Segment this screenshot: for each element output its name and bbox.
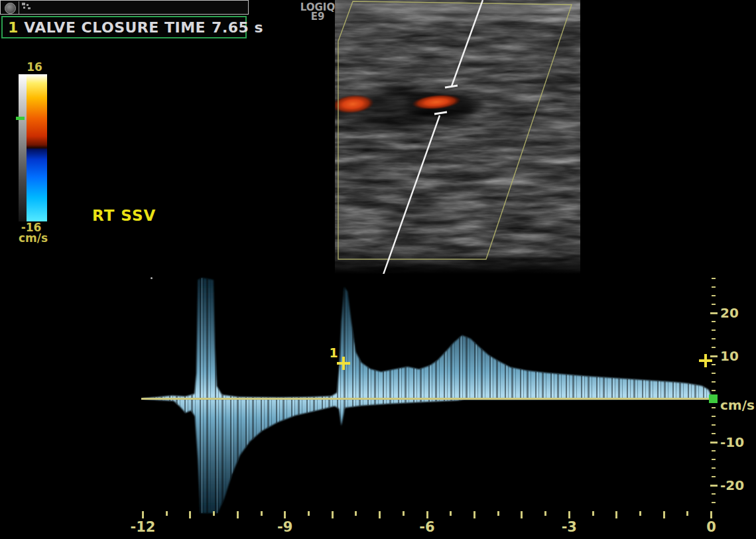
time-tick bbox=[213, 511, 215, 516]
measurement-number: 1 bbox=[8, 19, 18, 36]
measurement-label: VALVE CLOSURE TIME bbox=[24, 19, 206, 36]
time-tick bbox=[237, 511, 239, 518]
velocity-tick bbox=[710, 485, 718, 487]
time-tick bbox=[568, 511, 570, 518]
reverse-flow-streaks bbox=[143, 399, 711, 513]
velocity-tick-label: 20 bbox=[720, 305, 739, 321]
time-tick bbox=[403, 511, 405, 516]
velocity-tick bbox=[712, 407, 716, 408]
velocity-tick bbox=[712, 295, 716, 296]
measurement-caliper[interactable] bbox=[699, 354, 712, 367]
time-tick bbox=[615, 511, 617, 518]
header-divider bbox=[19, 1, 19, 14]
velocity-tick bbox=[712, 304, 716, 305]
velocity-tick bbox=[710, 442, 718, 444]
system-status-glyph bbox=[22, 3, 25, 5]
baseline-position-marker[interactable] bbox=[709, 394, 718, 403]
bmode-image[interactable] bbox=[335, 0, 580, 274]
velocity-tick bbox=[712, 329, 716, 331]
measurement-value: 7.65 s bbox=[212, 19, 263, 36]
time-tick bbox=[355, 511, 357, 516]
time-tick bbox=[497, 511, 499, 516]
velocity-tick-label: -20 bbox=[720, 477, 744, 493]
time-tick bbox=[473, 511, 475, 518]
system-status-glyph bbox=[28, 7, 31, 9]
measurement-result-box[interactable]: 1 VALVE CLOSURE TIME 7.65 s bbox=[1, 16, 247, 38]
forward-flow-trace bbox=[143, 278, 711, 399]
velocity-tick bbox=[712, 476, 716, 477]
time-tick bbox=[639, 511, 641, 516]
time-tick bbox=[544, 511, 546, 516]
velocity-tick-label: 10 bbox=[720, 348, 739, 364]
time-tick bbox=[166, 511, 168, 516]
time-tick bbox=[142, 511, 144, 518]
time-tick bbox=[663, 511, 665, 518]
time-tick-label: 0 bbox=[688, 519, 735, 535]
time-tick-label: -3 bbox=[546, 519, 592, 535]
velocity-tick bbox=[712, 493, 716, 495]
velocity-tick-label: -10 bbox=[720, 434, 744, 450]
ultrasound-screen: 1 VALVE CLOSURE TIME 7.65 s LOGIQ E9 16 … bbox=[0, 0, 756, 539]
time-tick-label: -12 bbox=[119, 519, 166, 535]
colorbar-unit-label: cm/s bbox=[15, 231, 52, 245]
velocity-tick bbox=[710, 312, 718, 314]
velocity-tick bbox=[712, 321, 716, 322]
time-tick-label: -6 bbox=[404, 519, 450, 535]
noise-dot bbox=[151, 277, 153, 279]
time-tick bbox=[426, 511, 428, 518]
time-tick bbox=[189, 511, 191, 518]
reverse-flow-trace bbox=[143, 399, 711, 513]
velocity-tick bbox=[712, 278, 716, 279]
probe-status-icon bbox=[5, 3, 16, 14]
logo-line2: E9 bbox=[296, 12, 340, 21]
time-tick bbox=[284, 511, 286, 518]
velocity-tick bbox=[712, 381, 716, 383]
skin-line-echo bbox=[335, 3, 580, 14]
system-status-glyph bbox=[23, 7, 25, 9]
machine-logo: LOGIQ E9 bbox=[296, 3, 340, 21]
time-tick bbox=[710, 511, 712, 518]
velocity-tick bbox=[712, 433, 716, 434]
velocity-tick bbox=[712, 450, 716, 451]
colorbar-max-label: 16 bbox=[20, 60, 49, 74]
velocity-tick bbox=[712, 467, 716, 469]
caliper-cross-v bbox=[342, 357, 345, 370]
measurement-caliper-1[interactable]: 1 bbox=[337, 357, 350, 370]
velocity-tick bbox=[712, 459, 716, 460]
forward-flow-streaks bbox=[143, 278, 711, 399]
velocity-tick bbox=[712, 373, 716, 374]
body-site-annotation[interactable]: RT SSV bbox=[92, 207, 156, 224]
time-tick bbox=[521, 511, 523, 518]
system-header-strip bbox=[0, 0, 249, 15]
grayscale-bar bbox=[19, 74, 27, 221]
velocity-tick bbox=[712, 424, 716, 426]
time-tick bbox=[379, 511, 381, 518]
velocity-tick bbox=[712, 338, 716, 339]
tissue-speckle-texture bbox=[335, 0, 580, 274]
caliper-number: 1 bbox=[330, 345, 338, 360]
gray-map-marker bbox=[16, 117, 25, 120]
color-doppler-bar bbox=[27, 74, 47, 221]
image-bottom-fade bbox=[335, 247, 580, 274]
velocity-tick bbox=[712, 286, 716, 288]
time-tick bbox=[450, 511, 452, 516]
time-tick bbox=[308, 511, 310, 516]
caliper-cross-v bbox=[704, 354, 707, 367]
velocity-tick bbox=[712, 416, 716, 417]
time-tick bbox=[592, 511, 594, 516]
velocity-tick bbox=[712, 502, 716, 503]
velocity-unit-label: cm/s bbox=[720, 397, 755, 413]
time-tick bbox=[686, 511, 688, 516]
velocity-tick bbox=[712, 347, 716, 348]
velocity-tick bbox=[712, 390, 716, 391]
time-tick bbox=[332, 511, 334, 518]
system-status-glyph bbox=[27, 4, 29, 6]
subcutaneous-echo bbox=[335, 15, 580, 21]
spectral-baseline bbox=[141, 398, 712, 400]
time-tick bbox=[261, 511, 263, 516]
time-tick-label: -9 bbox=[262, 519, 308, 535]
